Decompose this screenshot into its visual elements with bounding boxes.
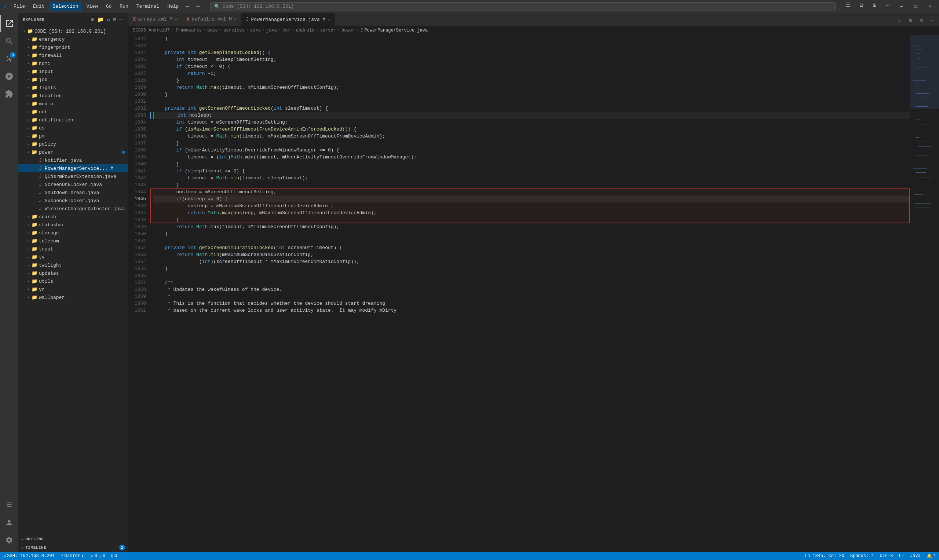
status-branch[interactable]: ⑂ master ↻ [58,552,87,560]
menu-selection[interactable]: Selection [49,2,82,11]
arrays-tab-close[interactable]: ✕ [175,17,177,22]
status-position[interactable]: Ln 1845, Col 20 [802,552,847,560]
sidebar-item-emergency[interactable]: 📁 emergency [18,35,128,43]
activity-extensions[interactable] [0,85,18,103]
status-spaces[interactable]: Spaces: 4 [847,552,877,560]
defaults-tab-close[interactable]: ✕ [234,17,237,22]
bc-android[interactable]: android [296,28,314,33]
sidebar-item-qcnsrm[interactable]: J QCNsrmPowerExtension.java [18,172,128,180]
activity-settings[interactable] [0,531,18,549]
menu-edit[interactable]: Edit [29,2,48,11]
sidebar-item-powermanager[interactable]: J PowerManagerService... M [18,164,128,172]
code-content[interactable]: } private int getSleepTimeoutLocked() { … [150,35,910,552]
sidebar-item-twilight[interactable]: 📁 twilight [18,261,128,269]
bc-frameworks[interactable]: frameworks [175,28,202,33]
maximize-btn[interactable]: □ [910,0,922,13]
activity-explorer[interactable] [0,15,18,32]
sidebar-item-hdmi[interactable]: 📁 hdmi [18,59,128,68]
close-btn[interactable]: ✕ [925,0,936,13]
bc-core[interactable]: core [250,28,261,33]
nav-back[interactable]: ← [182,2,192,12]
bc-com[interactable]: com [282,28,291,33]
status-errors[interactable]: ✕ 0 ⚠ 0 [87,552,108,560]
bc-filename[interactable]: PowerManagerService.java [364,28,428,33]
sidebar-item-vr[interactable]: 📁 vr [18,285,128,293]
timeline-toggle[interactable]: ▸ TIMELINE 1 [18,543,128,552]
menu-help[interactable]: Help [163,2,182,11]
sidebar-item-notifier[interactable]: J Notifier.java [18,156,128,164]
new-file-icon[interactable]: ⊕ [90,16,95,23]
sidebar-item-net[interactable]: 📁 net [18,108,128,116]
sidebar-item-policy[interactable]: 📁 policy [18,140,128,148]
more-btn[interactable]: ⋯ [882,0,893,10]
bc-sc806[interactable]: SC806_Android7 [133,28,170,33]
sidebar-item-utils[interactable]: 📁 utils [18,277,128,285]
sidebar-item-fingerprint[interactable]: 📁 fingerprint [18,43,128,51]
sidebar-item-wirelesscharger[interactable]: J WirelessChargerDetector.java [18,205,128,213]
more-editor-btn[interactable]: ⊟ [916,15,927,26]
activity-remote[interactable] [0,496,18,514]
bc-java[interactable]: java [266,28,277,33]
sidebar-item-location[interactable]: 📁 location [18,92,128,100]
sidebar-item-search[interactable]: 📁 search [18,213,128,221]
bc-services[interactable]: services [223,28,245,33]
sidebar-item-notification[interactable]: 📁 notification [18,116,128,124]
sidebar-item-suspendblocker[interactable]: J SuspendBlocker.java [18,197,128,205]
status-encoding[interactable]: UTF-8 [877,552,896,560]
activity-account[interactable] [0,514,18,531]
refresh-icon[interactable]: ↻ [106,16,111,23]
sidebar-toggle-btn[interactable]: ☰ [843,0,853,10]
tab-arrays[interactable]: X arrays.xml M ✕ [128,13,182,26]
code-line-1843: } [153,182,910,189]
title-search-bar[interactable]: 🔍 Code [SSH: 192.168.0.201] [210,2,836,11]
minimize-btn[interactable]: ─ [896,0,907,13]
status-language[interactable]: Java [907,552,924,560]
menu-go[interactable]: Go [102,2,115,11]
activity-debug[interactable] [0,68,18,85]
sidebar-item-wallpaper[interactable]: 📁 wallpaper [18,293,128,302]
status-bell[interactable]: 🔔 1 [924,552,939,560]
sidebar-item-media[interactable]: 📁 media [18,100,128,108]
menu-view[interactable]: View [83,2,102,11]
menu-run[interactable]: Run [116,2,132,11]
collapse-icon[interactable]: ⊟ [112,16,117,23]
bc-server[interactable]: server [320,28,336,33]
editor-options-btn[interactable]: ⋯ [927,15,937,26]
menu-file[interactable]: File [10,2,29,11]
tree-root-item[interactable]: 📁 CODE [SSH: 192.168.0.201] [18,27,128,35]
sidebar-item-pm[interactable]: 📁 pm [18,132,128,140]
sidebar-item-trust[interactable]: 📁 trust [18,245,128,253]
split-editor-btn[interactable]: ⊞ [905,15,916,26]
bc-base[interactable]: base [207,28,218,33]
sidebar-item-statusbar[interactable]: 📁 statusbar [18,221,128,229]
sidebar-item-lights[interactable]: 📁 lights [18,84,128,92]
sidebar-item-storage[interactable]: 📁 storage [18,229,128,237]
bc-power[interactable]: power [342,28,355,33]
more-files-icon[interactable]: ⋯ [119,16,124,23]
tab-powermanager[interactable]: J PowerManagerService.java M ✕ [241,13,335,26]
sidebar-item-shutdownthread[interactable]: J ShutdownThread.java [18,189,128,197]
activity-search[interactable] [0,32,18,50]
sidebar-item-os[interactable]: 📁 os [18,124,128,132]
activity-source-control[interactable]: 3 [0,50,18,68]
status-remote[interactable]: ⊞ SSH: 192.168.0.201 [0,552,58,560]
sidebar-item-tv[interactable]: 📁 tv [18,253,128,261]
status-line-ending[interactable]: LF [896,552,907,560]
sidebar-item-input[interactable]: 📁 input [18,68,128,75]
powermanager-tab-close[interactable]: ✕ [328,17,330,22]
sidebar-item-job[interactable]: 📁 job [18,75,128,84]
sidebar-item-power[interactable]: 📂 power [18,148,128,156]
sidebar-item-screenonblocker[interactable]: J ScreenOnBlocker.java [18,180,128,189]
outline-toggle[interactable]: ▸ OUTLINE [18,535,128,543]
new-folder-icon[interactable]: 📁 [97,16,105,23]
tab-defaults[interactable]: X defaults.xml M ✕ [182,13,241,26]
nav-forward[interactable]: → [192,2,203,12]
sidebar-item-updates[interactable]: 📁 updates [18,269,128,277]
layout-btn[interactable]: ⊞ [869,0,880,10]
sidebar-item-telecom[interactable]: 📁 telecom [18,237,128,245]
status-info[interactable]: ℹ 0 [108,552,120,560]
sidebar-item-firewall[interactable]: 📁 firewall [18,51,128,59]
panel-toggle-btn[interactable]: ⊟ [856,0,867,10]
menu-terminal[interactable]: Terminal [133,2,163,11]
run-btn[interactable]: ▷ [894,15,905,26]
